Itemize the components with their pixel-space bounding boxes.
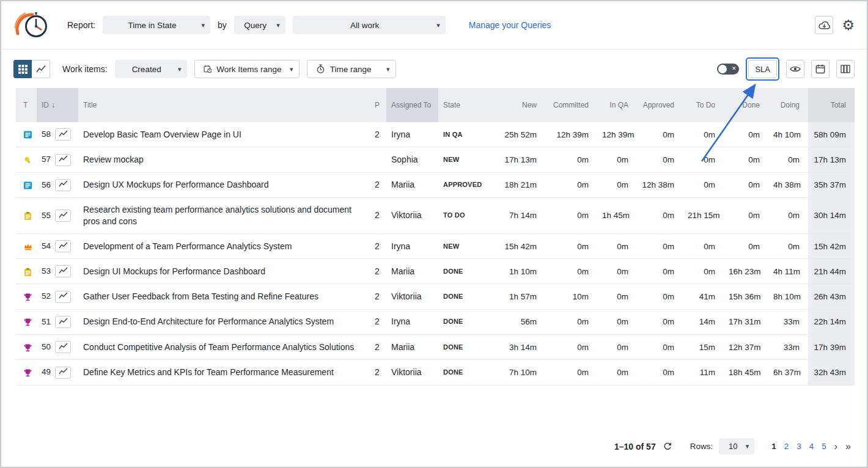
created-dropdown[interactable]: Created ▾ [115, 60, 187, 78]
date-settings-button[interactable] [811, 60, 829, 78]
time-done: 12h 37m [724, 335, 768, 360]
work-item-id-cell: 55 [37, 197, 78, 233]
work-item-row[interactable]: 56Design UX Mockups for Performance Dash… [16, 172, 855, 197]
column-label: Approved [643, 101, 674, 109]
manage-queries-link[interactable]: Manage your Queries [469, 20, 551, 30]
column-header-title[interactable]: Title [78, 88, 368, 122]
work-item-row[interactable]: 49Define Key Metrics and KPIs for Team P… [16, 360, 855, 385]
work-item-title[interactable]: Design End-to-End Architecture for Perfo… [78, 309, 368, 334]
item-chart-button[interactable] [55, 291, 71, 303]
column-header-assigned[interactable]: Assigned To [386, 88, 438, 122]
work-item-title[interactable]: Design UX Mockups for Performance Dashbo… [78, 172, 368, 197]
column-header-done[interactable]: Done [724, 88, 768, 122]
settings-button[interactable]: ⚙ [842, 18, 855, 32]
item-chart-button[interactable] [55, 316, 71, 328]
time-doing: 0m [768, 197, 808, 233]
column-header-approved[interactable]: Approved [637, 88, 683, 122]
work-item-title[interactable]: Research existing team performance analy… [78, 197, 368, 233]
work-item-row[interactable]: 51Design End-to-End Architecture for Per… [16, 309, 855, 334]
time-approved: 0m [637, 309, 683, 334]
item-chart-button[interactable] [55, 179, 71, 191]
priority-value: 2 [368, 360, 386, 385]
last-page-button[interactable]: » [845, 442, 851, 452]
work-item-row[interactable]: 58Develop Basic Team Overview Page in UI… [16, 122, 855, 147]
columns-button[interactable] [836, 60, 855, 78]
eye-icon [790, 65, 801, 73]
page-number-1[interactable]: 1 [771, 442, 776, 451]
created-value: Created [132, 65, 161, 74]
time-approved: 0m [637, 122, 683, 147]
priority-value: 2 [368, 172, 386, 197]
column-label: State [443, 101, 460, 109]
source-dropdown[interactable]: Query ▾ [234, 16, 285, 34]
work-item-row[interactable]: 52Gather User Feedback from Beta Testing… [16, 284, 855, 309]
visibility-button[interactable] [786, 60, 804, 78]
item-chart-button[interactable] [55, 265, 71, 277]
work-item-row[interactable]: 54Development of a Team Performance Anal… [16, 233, 855, 258]
column-header-to_do[interactable]: To Do [683, 88, 724, 122]
column-header-id[interactable]: ID↓ [37, 88, 78, 122]
export-button[interactable] [815, 16, 833, 34]
stopwatch-logo-icon [13, 9, 51, 41]
column-header-total[interactable]: Total [808, 88, 855, 122]
time-to_do: 0m [683, 233, 724, 258]
work-item-title[interactable]: Review mockap [78, 147, 368, 172]
work-item-title[interactable]: Develop Basic Team Overview Page in UI [78, 122, 368, 147]
time-committed: 0m [545, 172, 597, 197]
work-item-id-cell: 52 [37, 284, 78, 309]
column-header-in_qa[interactable]: In QA [597, 88, 637, 122]
time-doing: 6h 37m [768, 360, 808, 385]
time-total: 17h 39m [808, 335, 855, 360]
refresh-button[interactable] [662, 442, 673, 451]
work-item-title[interactable]: Conduct Competitive Analysis of Team Per… [78, 335, 368, 360]
rows-per-page-dropdown[interactable]: 10 ▾ [719, 438, 754, 455]
grid-view-button[interactable] [13, 60, 32, 78]
column-header-committed[interactable]: Committed [545, 88, 597, 122]
assigned-to-value: Viktoriia [386, 284, 438, 309]
work-item-row[interactable]: 55Research existing team performance ana… [16, 197, 855, 233]
work-item-title[interactable]: Define Key Metrics and KPIs for Team Per… [78, 360, 368, 385]
work-item-row[interactable]: 57Review mockapSophiaNEW17h 13m0m0m0m0m0… [16, 147, 855, 172]
work-item-row[interactable]: 53Design UI Mockups for Performance Dash… [16, 259, 855, 284]
work-items-range-dropdown[interactable]: Work Items range ▾ [194, 60, 300, 78]
item-chart-button[interactable] [55, 240, 71, 252]
time-in-state-report-app: Report: Time in State ▾ by Query ▾ All w… [0, 0, 868, 468]
work-item-title[interactable]: Gather User Feedback from Beta Testing a… [78, 284, 368, 309]
priority-value: 2 [368, 233, 386, 258]
by-label: by [218, 20, 227, 30]
work-item-title[interactable]: Design UI Mockups for Performance Dashbo… [78, 259, 368, 284]
item-chart-button[interactable] [55, 154, 71, 166]
query-dropdown[interactable]: All work ▾ [293, 16, 446, 34]
next-page-button[interactable]: › [834, 442, 837, 452]
item-chart-button[interactable] [55, 367, 71, 379]
work-item-row[interactable]: 50Conduct Competitive Analysis of Team P… [16, 335, 855, 360]
column-header-doing[interactable]: Doing [768, 88, 808, 122]
page-number-2[interactable]: 2 [784, 442, 789, 451]
column-header-state[interactable]: State [438, 88, 499, 122]
work-item-type-cell [16, 335, 37, 360]
page-number-3[interactable]: 3 [796, 442, 801, 451]
time-committed: 0m [545, 360, 597, 385]
toggle-knob [718, 65, 727, 73]
page-number-5[interactable]: 5 [822, 442, 826, 451]
time-to_do: 0m [683, 147, 724, 172]
page-number-4[interactable]: 4 [809, 442, 814, 451]
chart-view-button[interactable] [32, 60, 50, 78]
column-header-new[interactable]: New [499, 88, 545, 122]
sla-button[interactable]: SLA [748, 60, 777, 78]
pbi-icon [23, 130, 32, 139]
sla-toggle[interactable]: ✕ [717, 64, 739, 75]
work-item-type-cell [16, 233, 37, 258]
task-icon [23, 268, 32, 277]
time-range-dropdown[interactable]: Time range ▾ [307, 60, 396, 78]
state-badge: NEW [438, 147, 499, 172]
state-badge: TO DO [438, 197, 499, 233]
item-chart-button[interactable] [55, 210, 71, 222]
column-header-p[interactable]: P [368, 88, 386, 122]
work-item-title[interactable]: Development of a Team Performance Analyt… [78, 233, 368, 258]
work-item-type-cell [16, 197, 37, 233]
report-type-dropdown[interactable]: Time in State ▾ [103, 16, 210, 34]
column-header-type[interactable]: T [16, 88, 37, 122]
item-chart-button[interactable] [55, 341, 71, 353]
item-chart-button[interactable] [55, 128, 71, 141]
